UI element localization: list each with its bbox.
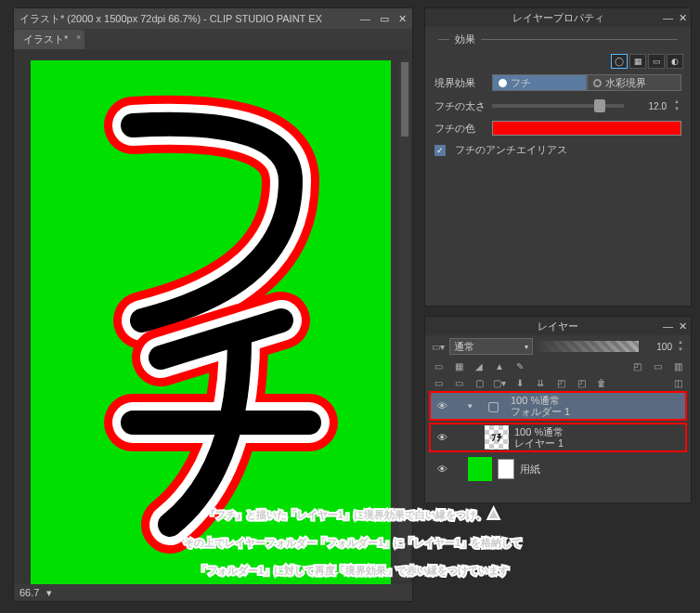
- border-thickness-value: 12.0: [629, 101, 667, 111]
- panel-menu-icon[interactable]: —: [663, 320, 673, 333]
- layer-name: フォルダー 1: [511, 406, 570, 417]
- layer-toolbar-1: ▭▾ 通常 100 ▲▼: [425, 335, 691, 358]
- blend-mode-select[interactable]: 通常: [449, 338, 533, 355]
- border-thickness-label: フチの太さ: [434, 99, 486, 113]
- new-vector-layer-icon[interactable]: ▭: [451, 376, 466, 389]
- canvas[interactable]: [31, 60, 391, 584]
- border-effect-label: 境界効果: [434, 76, 486, 90]
- panel-title: レイヤー: [538, 320, 578, 333]
- border-color-swatch[interactable]: [492, 121, 681, 136]
- minimize-button[interactable]: —: [360, 13, 370, 25]
- document-tabbar: イラスト* ×: [14, 29, 412, 49]
- antialias-label: フチのアンチエイリアス: [455, 143, 567, 157]
- mask-icon[interactable]: ◰: [629, 359, 644, 372]
- layer-toolbar-2: ▭ ▦ ◢ ▲ ✎ ◰ ▭ ▥: [425, 358, 691, 374]
- layer-opacity-label: 100 %通常: [511, 395, 570, 406]
- border-effect-row: 境界効果 フチ 水彩境界: [425, 71, 691, 95]
- antialias-checkbox[interactable]: ✓: [434, 145, 446, 156]
- window-title: イラスト* (2000 x 1500px 72dpi 66.7%) - CLIP…: [19, 12, 322, 26]
- border-thickness-slider[interactable]: [492, 104, 624, 108]
- border-option-watercolor[interactable]: 水彩境界: [587, 74, 681, 91]
- layer-color-icon[interactable]: ▥: [670, 359, 685, 372]
- lock-icon[interactable]: ▭: [431, 359, 446, 372]
- clip-icon[interactable]: ◢: [472, 359, 486, 372]
- border-thickness-row: フチの太さ 12.0 ▲▼: [425, 95, 691, 117]
- transfer-down-icon[interactable]: ⬇: [512, 376, 527, 389]
- panel-close-icon[interactable]: ✕: [679, 320, 687, 333]
- layer-opacity-label: 100 %通常: [514, 426, 564, 437]
- main-window: イラスト* (2000 x 1500px 72dpi 66.7%) - CLIP…: [13, 7, 413, 602]
- create-mask-icon[interactable]: ◰: [553, 376, 568, 389]
- expression-color-icon[interactable]: ◐: [667, 54, 683, 69]
- paper-thumbnail: [468, 457, 492, 481]
- effect-section-title: 効果: [425, 27, 691, 52]
- apply-mask-icon[interactable]: ◰: [574, 376, 589, 389]
- layer-name: レイヤー 1: [514, 437, 564, 449]
- visibility-toggle[interactable]: 👁: [431, 432, 453, 443]
- panel-menu-icon[interactable]: —: [663, 12, 673, 24]
- merge-down-icon[interactable]: ⇊: [533, 376, 548, 389]
- layer-row-paper[interactable]: 👁 用紙: [429, 454, 687, 484]
- border-effect-toggle: フチ 水彩境界: [492, 74, 681, 91]
- layer-thumbnail: ﾌﾁ: [485, 425, 509, 450]
- tab-label: イラスト*: [23, 33, 68, 45]
- vertical-scrollbar[interactable]: [399, 60, 410, 580]
- border-effect-icon[interactable]: ◯: [611, 54, 628, 69]
- opacity-value: 100: [642, 342, 672, 352]
- layer-row-folder[interactable]: 👁 ▾ ▢ 100 %通常 フォルダー 1: [429, 391, 687, 421]
- opacity-stepper[interactable]: ▲▼: [676, 339, 685, 354]
- layer-property-panel: レイヤープロパティ — ✕ 効果 ◯ ▦ ▭ ◐ 境界効果 フチ 水彩境界 フチ…: [424, 7, 692, 306]
- draft-icon[interactable]: ✎: [512, 359, 527, 372]
- zoom-dropdown-icon[interactable]: ▾: [46, 587, 52, 599]
- border-color-row: フチの色: [425, 117, 691, 139]
- reference-icon[interactable]: ▲: [492, 359, 507, 372]
- expand-toggle[interactable]: ▾: [468, 401, 481, 411]
- visibility-toggle[interactable]: 👁: [431, 463, 453, 475]
- opacity-slider[interactable]: [537, 341, 639, 352]
- new-folder-icon[interactable]: ▢▾: [492, 376, 507, 389]
- border-option-fuchi[interactable]: フチ: [492, 74, 587, 91]
- zoom-value: 66.7: [19, 587, 39, 598]
- triangle-icon: ▲: [486, 505, 501, 521]
- layer-row-raster[interactable]: 👁 ﾌﾁ 100 %通常 レイヤー 1: [429, 423, 687, 452]
- thickness-stepper[interactable]: ▲▼: [672, 98, 681, 113]
- layer-panel: レイヤー — ✕ ▭▾ 通常 100 ▲▼ ▭ ▦ ◢ ▲ ✎ ◰ ▭ ▥ ▭ …: [424, 316, 692, 503]
- delete-layer-icon[interactable]: 🗑: [594, 376, 609, 389]
- panel-header: レイヤー — ✕: [425, 317, 691, 335]
- window-controls: — ▭ ✕: [360, 13, 407, 25]
- layer-toolbar-3: ▭ ▭ ▢ ▢▾ ⬇ ⇊ ◰ ◰ 🗑 ◫: [425, 374, 691, 391]
- layer-color-icon[interactable]: ▭: [648, 54, 665, 69]
- layer-list: 👁 ▾ ▢ 100 %通常 フォルダー 1 👁 ﾌﾁ 100 %通常 レイヤー …: [425, 391, 691, 484]
- new-folder-icon[interactable]: ▢: [472, 376, 486, 389]
- ruler-icon[interactable]: ▭: [650, 359, 665, 372]
- panel-close-icon[interactable]: ✕: [679, 12, 687, 24]
- close-button[interactable]: ✕: [398, 13, 407, 25]
- maximize-button[interactable]: ▭: [380, 13, 389, 25]
- effect-icon-row: ◯ ▦ ▭ ◐: [425, 52, 691, 71]
- titlebar: イラスト* (2000 x 1500px 72dpi 66.7%) - CLIP…: [14, 8, 412, 29]
- layer-name: 用紙: [520, 463, 540, 475]
- visibility-toggle[interactable]: 👁: [431, 400, 453, 411]
- tone-effect-icon[interactable]: ▦: [629, 54, 646, 69]
- tab-close-icon[interactable]: ×: [76, 33, 81, 42]
- folder-icon: ▢: [481, 394, 505, 418]
- antialias-row: ✓ フチのアンチエイリアス: [425, 139, 691, 161]
- statusbar: 66.7 ▾: [14, 584, 412, 601]
- document-tab[interactable]: イラスト* ×: [14, 30, 84, 49]
- paper-color-icon: [498, 459, 514, 479]
- two-pane-icon[interactable]: ◫: [670, 376, 685, 389]
- new-raster-layer-icon[interactable]: ▭: [431, 376, 446, 389]
- panel-title: レイヤープロパティ: [512, 11, 604, 25]
- palette-color-icon[interactable]: ▭▾: [431, 340, 446, 353]
- lock-pixel-icon[interactable]: ▦: [451, 359, 466, 372]
- panel-header: レイヤープロパティ — ✕: [425, 8, 691, 27]
- border-color-label: フチの色: [434, 122, 486, 136]
